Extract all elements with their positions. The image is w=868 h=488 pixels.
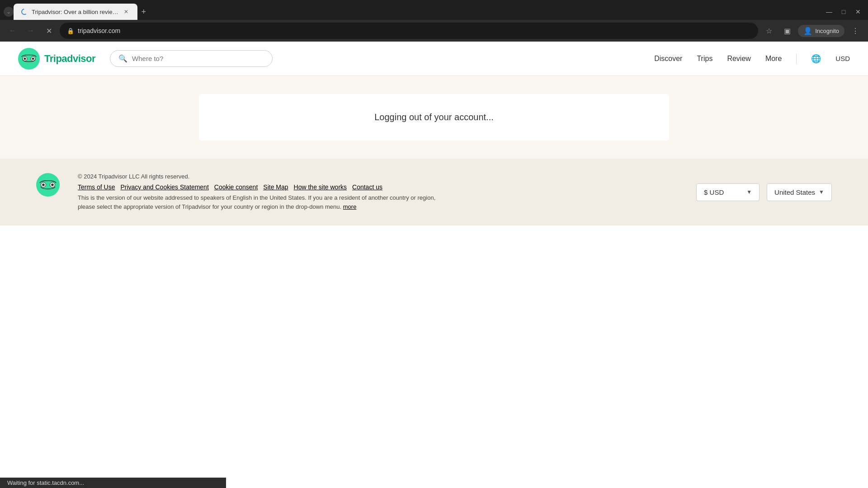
footer-link-cookie[interactable]: Cookie consent	[214, 183, 258, 191]
footer-link-privacy[interactable]: Privacy and Cookies Statement	[120, 183, 208, 191]
address-bar[interactable]: 🔒 tripadvisor.com	[60, 23, 758, 39]
footer-link-contact[interactable]: Contact us	[352, 183, 382, 191]
footer-links-area: © 2024 Tripadvisor LLC All rights reserv…	[78, 173, 678, 211]
window-controls: — □ ✕	[823, 5, 864, 18]
footer-link-howworks[interactable]: How the site works	[294, 183, 347, 191]
country-chevron-icon: ▼	[819, 189, 824, 195]
browser-actions: ☆ ▣ 👤 Incognito ⋮	[762, 23, 863, 38]
logo-link[interactable]: Tripadvisor	[18, 48, 95, 70]
nav-more[interactable]: More	[765, 55, 782, 63]
globe-currency-button[interactable]: 🌐	[811, 54, 821, 64]
nav-discover[interactable]: Discover	[654, 55, 682, 63]
currency-label: USD	[835, 55, 850, 62]
svg-point-9	[42, 183, 45, 186]
lock-icon: 🔒	[67, 28, 74, 34]
svg-point-5	[32, 57, 34, 60]
site-footer: © 2024 Tripadvisor LLC All rights reserv…	[0, 159, 868, 225]
footer-link-sitemap[interactable]: Site Map	[263, 183, 288, 191]
bookmark-button[interactable]: ☆	[762, 23, 776, 38]
footer-links: Terms of Use Privacy and Cookies Stateme…	[78, 183, 678, 191]
footer-dropdowns: $ USD ▼ United States ▼	[696, 183, 832, 201]
nav-review[interactable]: Review	[727, 55, 750, 63]
logout-card: Logging out of your account...	[199, 94, 669, 141]
reload-button[interactable]: ✕	[42, 23, 56, 38]
svg-point-4	[24, 57, 26, 60]
incognito-icon: 👤	[803, 27, 812, 35]
split-view-button[interactable]: ▣	[780, 23, 794, 38]
currency-selector-label: $ USD	[704, 188, 724, 196]
svg-point-0	[21, 9, 28, 15]
search-icon: 🔍	[118, 54, 127, 63]
incognito-badge: 👤 Incognito	[798, 25, 844, 37]
footer-inner: © 2024 Tripadvisor LLC All rights reserv…	[36, 173, 832, 211]
url-text: tripadvisor.com	[78, 27, 120, 34]
minimize-button[interactable]: —	[823, 5, 835, 18]
footer-copyright: © 2024 Tripadvisor LLC All rights reserv…	[78, 173, 678, 180]
logo-text: Tripadvisor	[44, 53, 95, 65]
country-selector-label: United States	[774, 188, 815, 196]
tab-list-button[interactable]: ⌄	[4, 7, 14, 17]
incognito-label: Incognito	[815, 28, 839, 34]
footer-link-terms[interactable]: Terms of Use	[78, 183, 115, 191]
more-options-button[interactable]: ⋮	[848, 23, 863, 38]
status-text: Waiting for static.tacdn.com...	[7, 479, 84, 486]
nav-links: Discover Trips Review More 🌐 USD	[654, 53, 850, 64]
currency-chevron-icon: ▼	[746, 189, 752, 195]
logout-message: Logging out of your account...	[374, 112, 494, 122]
close-window-button[interactable]: ✕	[852, 5, 864, 18]
address-bar-row: ← → ✕ 🔒 tripadvisor.com ☆ ▣ 👤 Incognito …	[0, 20, 868, 42]
footer-note: This is the version of our website addre…	[78, 193, 439, 211]
back-button[interactable]: ←	[5, 23, 20, 38]
tab-close-button[interactable]: ✕	[122, 8, 130, 16]
svg-point-1	[18, 48, 40, 70]
maximize-button[interactable]: □	[837, 5, 850, 18]
active-tab[interactable]: Tripadvisor: Over a billion revie… ✕	[14, 4, 137, 20]
footer-logo-icon	[36, 173, 60, 197]
tab-favicon	[21, 8, 28, 15]
svg-point-10	[51, 183, 54, 186]
website: Tripadvisor 🔍 Discover Trips Review More…	[0, 42, 868, 488]
search-input[interactable]	[132, 55, 264, 62]
tab-title: Tripadvisor: Over a billion revie…	[32, 9, 118, 15]
tab-bar: ⌄ Tripadvisor: Over a billion revie… ✕ +…	[0, 0, 868, 20]
globe-icon: 🌐	[811, 54, 821, 64]
tripadvisor-logo-icon	[18, 48, 40, 70]
new-tab-button[interactable]: +	[137, 5, 150, 18]
status-bar: Waiting for static.tacdn.com...	[0, 478, 226, 488]
search-bar[interactable]: 🔍	[110, 50, 273, 67]
browser-chrome: ⌄ Tripadvisor: Over a billion revie… ✕ +…	[0, 0, 868, 42]
svg-point-6	[36, 173, 60, 197]
nav-trips[interactable]: Trips	[697, 55, 712, 63]
currency-selector[interactable]: $ USD ▼	[696, 183, 760, 201]
site-header: Tripadvisor 🔍 Discover Trips Review More…	[0, 42, 868, 76]
nav-divider	[796, 53, 797, 64]
content-area: Logging out of your account...	[0, 76, 868, 159]
currency-button[interactable]: USD	[835, 55, 850, 62]
country-selector[interactable]: United States ▼	[767, 183, 832, 201]
footer-note-more-link[interactable]: more	[343, 203, 357, 210]
forward-button[interactable]: →	[24, 23, 38, 38]
